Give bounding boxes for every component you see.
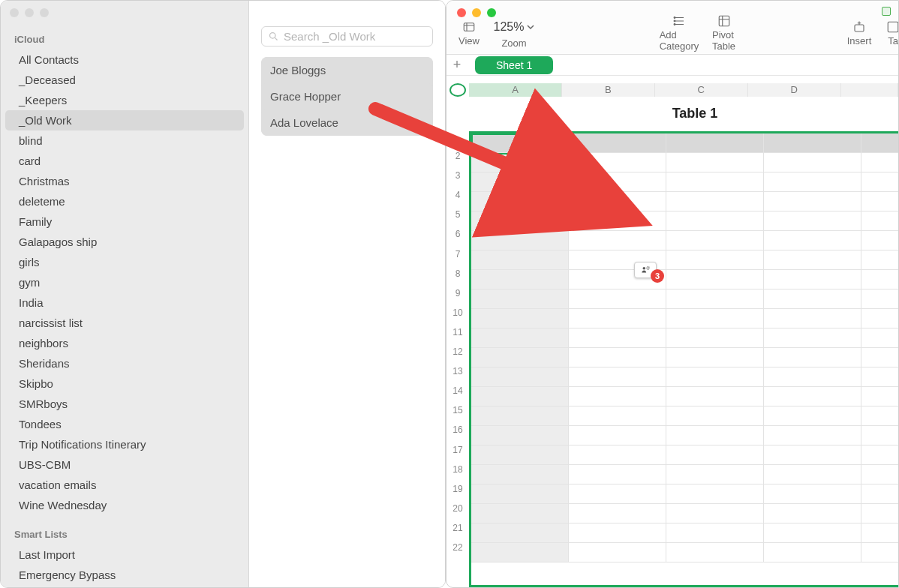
sidebar-group[interactable]: narcissist list — [5, 313, 244, 333]
cell[interactable] — [666, 387, 764, 406]
cell[interactable] — [666, 231, 764, 250]
cell[interactable] — [764, 250, 861, 270]
row-header[interactable]: 3 — [448, 170, 468, 190]
sidebar-group[interactable]: vacation emails — [5, 475, 244, 495]
cell[interactable] — [861, 406, 898, 426]
cell[interactable] — [861, 504, 898, 524]
cell[interactable] — [764, 524, 861, 543]
row-header[interactable]: 14 — [448, 386, 468, 405]
cell[interactable] — [861, 446, 898, 465]
cell[interactable] — [471, 231, 569, 250]
insert-button[interactable]: Insert — [837, 20, 882, 46]
cell[interactable] — [861, 426, 898, 446]
cell[interactable] — [471, 153, 569, 172]
sidebar-group[interactable]: Trip Notifications Itinerary — [5, 434, 244, 454]
row-header[interactable]: 6 — [448, 229, 468, 248]
cell[interactable] — [764, 134, 861, 153]
sidebar-group[interactable]: All Contacts — [5, 50, 244, 70]
cell[interactable] — [764, 270, 861, 290]
row-header[interactable]: 17 — [448, 445, 468, 464]
cell[interactable] — [764, 406, 861, 426]
sidebar-group[interactable]: neighbors — [5, 333, 244, 353]
cell[interactable] — [861, 387, 898, 406]
sidebar-group[interactable]: girls — [5, 252, 244, 272]
view-button[interactable]: View — [446, 20, 492, 46]
sidebar-group[interactable]: Wine Wednesday — [5, 495, 244, 515]
cell[interactable] — [666, 465, 764, 484]
search-input[interactable] — [284, 30, 426, 43]
column-header[interactable]: A — [469, 83, 562, 97]
cell[interactable] — [569, 543, 666, 562]
row-header[interactable]: 15 — [448, 405, 468, 424]
cell[interactable] — [569, 406, 666, 426]
selection-handle[interactable] — [567, 153, 573, 159]
cell[interactable] — [569, 348, 666, 368]
row-header[interactable]: 16 — [448, 424, 468, 444]
row-header[interactable]: 12 — [448, 346, 468, 366]
sidebar-group[interactable]: SMRboys — [5, 394, 244, 414]
cell[interactable] — [471, 212, 569, 231]
cell[interactable] — [666, 484, 764, 504]
cell[interactable] — [471, 192, 569, 212]
cell[interactable] — [861, 348, 898, 368]
cell[interactable] — [666, 524, 764, 543]
row-header[interactable]: 7 — [448, 249, 468, 268]
cell[interactable] — [764, 231, 861, 250]
cell[interactable] — [764, 192, 861, 212]
sidebar-group[interactable]: Tondees — [5, 414, 244, 434]
row-header[interactable] — [448, 131, 468, 151]
cell[interactable] — [861, 290, 898, 309]
contact-row[interactable]: Grace Hopper — [261, 83, 433, 110]
cell[interactable] — [666, 212, 764, 231]
cell[interactable] — [764, 348, 861, 368]
cell[interactable] — [569, 172, 666, 192]
cell[interactable] — [764, 387, 861, 406]
cell[interactable] — [471, 250, 569, 270]
cell[interactable] — [666, 134, 764, 153]
cell[interactable] — [569, 231, 666, 250]
cell[interactable] — [569, 368, 666, 387]
cell[interactable] — [471, 309, 569, 328]
table-button[interactable]: Ta — [882, 20, 899, 46]
cell[interactable] — [764, 172, 861, 192]
contact-row[interactable]: Joe Bloggs — [261, 57, 433, 83]
sidebar-smart-list[interactable]: Not Triaged — [5, 585, 244, 588]
cell[interactable] — [471, 543, 569, 562]
row-header[interactable]: 11 — [448, 327, 468, 346]
contact-row[interactable]: Ada Lovelace — [261, 110, 433, 136]
sidebar-group[interactable]: India — [5, 292, 244, 313]
cell[interactable] — [569, 192, 666, 212]
row-header[interactable]: 19 — [448, 484, 468, 503]
cell[interactable] — [666, 348, 764, 368]
cell[interactable] — [666, 426, 764, 446]
sidebar-group[interactable]: _Old Work — [5, 110, 244, 130]
sidebar-group[interactable]: Christmas — [5, 171, 244, 191]
cell[interactable] — [569, 212, 666, 231]
column-header[interactable]: D — [748, 83, 841, 97]
row-header[interactable]: 21 — [448, 523, 468, 542]
cell[interactable] — [471, 270, 569, 290]
cell[interactable] — [666, 368, 764, 387]
row-header[interactable]: 13 — [448, 366, 468, 386]
cell[interactable] — [861, 250, 898, 270]
cell[interactable] — [861, 465, 898, 484]
cell[interactable] — [861, 309, 898, 328]
row-header[interactable]: 4 — [448, 190, 468, 209]
cell[interactable] — [861, 484, 898, 504]
row-header[interactable]: 9 — [448, 288, 468, 308]
zoom-control[interactable]: 125% Zoom — [492, 18, 537, 49]
add-category-button[interactable]: Add Category — [657, 14, 702, 52]
row-header[interactable]: 18 — [448, 464, 468, 484]
cell[interactable] — [764, 290, 861, 309]
sidebar-smart-list[interactable]: Emergency Bypass — [5, 565, 244, 585]
cell[interactable] — [666, 153, 764, 172]
cell[interactable] — [861, 543, 898, 562]
cell[interactable] — [569, 484, 666, 504]
cell[interactable] — [764, 328, 861, 348]
search-field[interactable] — [261, 26, 433, 46]
cell[interactable] — [569, 524, 666, 543]
cell[interactable] — [569, 328, 666, 348]
cell[interactable] — [471, 484, 569, 504]
cell[interactable] — [666, 172, 764, 192]
cell[interactable] — [861, 192, 898, 212]
